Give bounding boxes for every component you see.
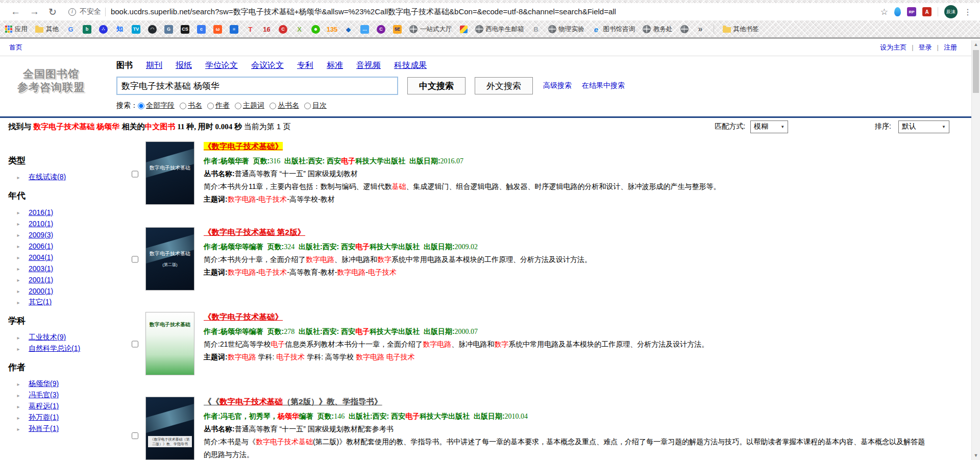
facet-arrow-icon[interactable]: ▸ bbox=[8, 300, 29, 305]
search-field-radio[interactable] bbox=[180, 103, 186, 109]
facet-link[interactable]: 工业技术(9) bbox=[29, 333, 66, 342]
bookmark-gsuite[interactable]: G bbox=[164, 25, 173, 34]
bookmark-other-bookmarks[interactable]: 其他书签 bbox=[723, 25, 759, 34]
chinese-search-button[interactable]: 中文搜索 bbox=[407, 77, 465, 94]
bookmark-physics-lab[interactable]: 物理实验 bbox=[548, 25, 584, 34]
bookmark-cloud[interactable]: c bbox=[197, 25, 206, 34]
facet-arrow-icon[interactable]: ▸ bbox=[8, 255, 29, 260]
bookmark-stamp[interactable]: ◆ bbox=[344, 25, 353, 34]
bookmark-douyu[interactable]: ω bbox=[213, 25, 222, 34]
home-link[interactable]: 首页 bbox=[9, 43, 22, 52]
facet-arrow-icon[interactable]: ▸ bbox=[8, 175, 29, 180]
facet-arrow-icon[interactable]: ▸ bbox=[8, 277, 29, 283]
facet-link[interactable]: 冯毛官(3) bbox=[29, 391, 59, 400]
foreign-search-button[interactable]: 外文搜索 bbox=[475, 77, 533, 94]
tab-学位论文[interactable]: 学位论文 bbox=[205, 60, 238, 71]
set-homepage-link[interactable]: 设为主页 bbox=[880, 43, 906, 52]
facet-arrow-icon[interactable]: ▸ bbox=[8, 244, 29, 249]
facet-link[interactable]: 自然科学总论(1) bbox=[29, 344, 80, 353]
reload-icon[interactable]: ↻ bbox=[48, 6, 57, 18]
bookmark-overflow[interactable]: » bbox=[696, 25, 705, 34]
search-field-radio[interactable] bbox=[207, 103, 214, 109]
facet-link[interactable]: 2016(1) bbox=[29, 208, 53, 216]
search-field-option[interactable]: 目次 bbox=[304, 101, 327, 110]
facet-arrow-icon[interactable]: ▸ bbox=[8, 266, 29, 272]
facet-arrow-icon[interactable]: ▸ bbox=[8, 335, 29, 341]
bookmark-xidian-student-mail[interactable]: 西电学生邮箱 bbox=[475, 25, 524, 34]
bookmark-apps[interactable]: 应用 bbox=[5, 25, 28, 34]
tab-图书[interactable]: 图书 bbox=[116, 60, 133, 71]
tab-期刊[interactable]: 期刊 bbox=[146, 60, 162, 71]
login-link[interactable]: 登录 bbox=[919, 43, 932, 52]
bookmark-github[interactable]: ◠ bbox=[148, 25, 157, 34]
facet-arrow-icon[interactable]: ▸ bbox=[8, 393, 29, 398]
result-checkbox[interactable] bbox=[132, 313, 138, 375]
facet-link[interactable]: 2010(1) bbox=[29, 220, 53, 228]
search-field-radio[interactable] bbox=[138, 103, 144, 109]
result-checkbox[interactable] bbox=[132, 142, 138, 206]
bookmark-baidu[interactable]: ∴ bbox=[99, 25, 108, 34]
bookmark-tencent-t[interactable]: T bbox=[246, 25, 255, 34]
site-info-icon[interactable]: i bbox=[68, 8, 76, 16]
tab-标准[interactable]: 标准 bbox=[327, 60, 343, 71]
search-input[interactable] bbox=[116, 77, 398, 95]
search-within-link[interactable]: 在结果中搜索 bbox=[582, 81, 625, 90]
bookmark-editor135[interactable]: 135 bbox=[328, 25, 336, 34]
bookmark-google[interactable]: G bbox=[66, 25, 75, 34]
scrollbar-up-icon[interactable]: ▲ bbox=[972, 40, 980, 49]
lightbulb-extension-icon[interactable] bbox=[894, 7, 901, 16]
pdf-extension-icon[interactable]: A bbox=[922, 7, 932, 16]
facet-arrow-icon[interactable]: ▸ bbox=[8, 404, 29, 409]
bookmark-tri-color[interactable] bbox=[460, 26, 468, 33]
facet-link[interactable]: 2009(3) bbox=[29, 231, 53, 239]
bookmark-one-stop-hall[interactable]: 一站式大厅 bbox=[409, 25, 452, 34]
bookmark-separator[interactable] bbox=[713, 25, 715, 34]
book-cover[interactable]: 《数字电子技术基础（第二版）》教、学指导书 bbox=[145, 397, 194, 460]
bookmark-zhihu[interactable]: 知 bbox=[115, 25, 124, 34]
search-field-option[interactable]: 全部字段 bbox=[138, 101, 175, 110]
bookmark-bilibili[interactable]: TV bbox=[132, 25, 140, 34]
facet-arrow-icon[interactable]: ▸ bbox=[8, 288, 29, 294]
bookmark-red-seal[interactable]: 16 bbox=[262, 25, 271, 34]
bookmark-other-folder[interactable]: 其他 bbox=[35, 25, 59, 34]
bookmark-csdn[interactable]: C bbox=[279, 25, 287, 34]
search-field-radio[interactable] bbox=[304, 103, 311, 109]
search-field-option[interactable]: 主题词 bbox=[235, 101, 264, 110]
tab-报纸[interactable]: 报纸 bbox=[176, 60, 192, 71]
search-field-option[interactable]: 作者 bbox=[207, 101, 230, 110]
scrollbar-down-icon[interactable]: ▼ bbox=[972, 451, 980, 460]
bookmark-chat-window[interactable]: … bbox=[360, 25, 369, 34]
bookmark-b-grey[interactable]: B bbox=[532, 25, 541, 34]
facet-link[interactable]: 2006(1) bbox=[29, 242, 53, 250]
profile-avatar[interactable]: 辰涞 bbox=[944, 5, 958, 18]
result-checkbox[interactable] bbox=[132, 228, 138, 290]
advanced-search-link[interactable]: 高级搜索 bbox=[543, 81, 572, 90]
bookmark-academic-office[interactable]: 教务处 bbox=[643, 25, 673, 34]
facet-link[interactable]: 葛程远(1) bbox=[29, 402, 59, 411]
bookmark-cs[interactable]: CS bbox=[181, 25, 189, 34]
book-cover[interactable]: 数字电子技术基础 bbox=[145, 141, 194, 205]
facet-arrow-icon[interactable]: ▸ bbox=[8, 232, 29, 238]
back-icon[interactable]: ← bbox=[11, 6, 20, 17]
book-title-link[interactable]: 《数字电子技术基础》 bbox=[204, 312, 708, 323]
bookmark-x-tool[interactable]: X bbox=[295, 25, 304, 34]
search-field-radio[interactable] bbox=[270, 103, 276, 109]
tab-音视频[interactable]: 音视频 bbox=[356, 60, 381, 71]
search-field-option[interactable]: 丛书名 bbox=[270, 101, 299, 110]
book-title-link[interactable]: 《数字电子技术基础》 bbox=[204, 141, 720, 152]
register-link[interactable]: 注册 bbox=[944, 43, 957, 52]
facet-link[interactable]: 2000(1) bbox=[29, 287, 53, 295]
scrollbar-thumb[interactable] bbox=[973, 50, 979, 93]
bookmark-wechat[interactable]: ☻ bbox=[311, 25, 320, 34]
facet-arrow-icon[interactable]: ▸ bbox=[8, 415, 29, 421]
facet-link[interactable]: 孙万蓉(1) bbox=[29, 413, 59, 422]
bookmark-c-purple[interactable]: C bbox=[377, 25, 385, 34]
rp-extension-icon[interactable]: RP bbox=[907, 7, 916, 16]
book-title-link[interactable]: 《数字电子技术基础 第2版》 bbox=[204, 227, 592, 238]
forward-icon[interactable]: → bbox=[30, 6, 39, 17]
facet-link[interactable]: 杨颂华(9) bbox=[29, 379, 59, 389]
facet-link[interactable]: 2004(1) bbox=[29, 253, 53, 261]
tab-专利[interactable]: 专利 bbox=[297, 60, 313, 71]
bookmark-star-icon[interactable]: ☆ bbox=[880, 7, 888, 17]
search-field-option[interactable]: 书名 bbox=[180, 101, 202, 110]
